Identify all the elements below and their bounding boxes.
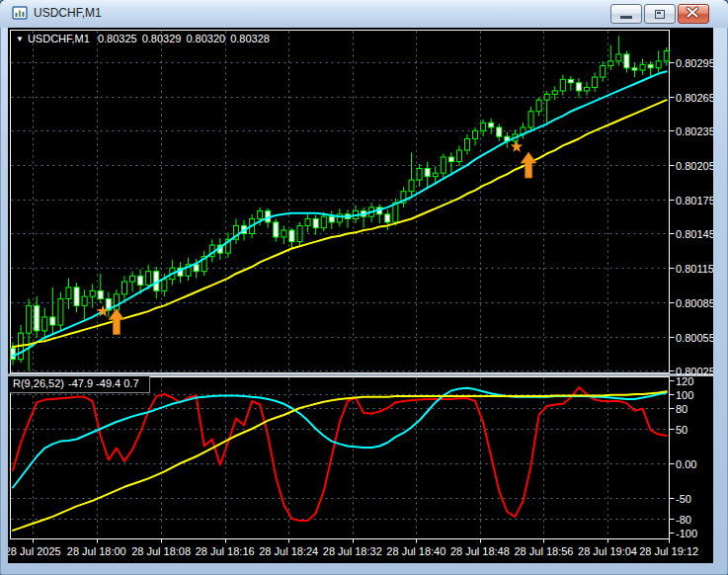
candle-body (481, 123, 486, 130)
collapse-triangle-icon[interactable]: ▼ (16, 35, 24, 43)
candle-body (121, 282, 126, 294)
time-tick-label: 28 Jul 18:56 (514, 545, 573, 557)
candle-body (74, 288, 79, 306)
time-tick-label: 28 Jul 18:08 (131, 545, 191, 557)
candle-body (536, 100, 541, 112)
osc-tick-label: 80 (676, 403, 688, 415)
candle (608, 45, 613, 70)
candle-body (258, 210, 263, 218)
candle-body (138, 276, 143, 285)
price-tick-label: 0.80115 (676, 263, 713, 275)
candle-body (385, 214, 390, 222)
candle (409, 152, 414, 196)
candle-body (473, 130, 478, 138)
time-tick-label: 28 Jul 18:32 (323, 545, 382, 557)
candle-body (464, 138, 469, 150)
candle-body (585, 87, 590, 90)
chart-canvas[interactable]: 0.802950.802650.802350.802050.801750.801… (8, 28, 713, 563)
candle-body (194, 265, 199, 272)
candle-body (624, 54, 629, 68)
time-tick-label: 28 Jul 19:12 (639, 545, 698, 557)
indicator-label: R(9,26,52)-47.9 -49.4 0.7 (10, 376, 150, 393)
candle (27, 298, 32, 370)
candle (448, 152, 453, 175)
candle-body (456, 150, 461, 162)
candle (297, 222, 302, 245)
candle (489, 119, 494, 134)
minimize-icon (620, 16, 632, 19)
candle-body (82, 296, 87, 305)
candle-body (162, 280, 167, 291)
candle (305, 214, 310, 233)
symbol-period-label: USDCHF,M1 (28, 33, 90, 44)
candle (313, 215, 318, 235)
candle (441, 154, 445, 178)
price-tick-label: 0.80145 (676, 228, 713, 240)
candle (66, 279, 71, 309)
candle (560, 75, 565, 96)
candle (121, 276, 126, 300)
candle (362, 207, 366, 228)
osc-tick-label: -100 (676, 528, 697, 539)
price-tick-label: 0.80055 (676, 332, 713, 344)
candle-body (528, 112, 533, 127)
restore-button[interactable] (644, 4, 676, 24)
candle-body (489, 123, 494, 127)
minimize-button[interactable] (610, 4, 642, 24)
candle (282, 225, 286, 244)
candle-body (544, 94, 549, 100)
candle-body (90, 290, 95, 296)
signal-star-icon[interactable] (511, 140, 523, 152)
candle (130, 272, 135, 292)
candle-body (313, 218, 318, 227)
candle-body (417, 169, 422, 181)
candle (289, 228, 294, 249)
indicator-name: R(9,26,52) (13, 377, 64, 389)
r-fast-line (13, 387, 667, 521)
candle-body (568, 79, 573, 82)
candle (601, 61, 606, 82)
window-title: USDCHF,M1 (34, 6, 102, 20)
candle-body (664, 50, 669, 60)
close-button[interactable] (678, 4, 709, 24)
time-tick-label: 28 Jul 19:04 (578, 545, 637, 557)
candle-body (601, 65, 606, 77)
time-tick-label: 28 Jul 18:40 (386, 545, 445, 557)
candle (528, 107, 533, 131)
candle-body (640, 64, 645, 70)
candle (632, 63, 637, 77)
candle (521, 123, 526, 138)
candle-body (11, 348, 16, 360)
window-controls (610, 4, 709, 24)
candle-body (552, 91, 557, 94)
high-value: 0.80329 (142, 33, 182, 44)
time-tick-label: 28 Jul 18:00 (67, 545, 126, 557)
osc-tick-label: 0.00 (676, 458, 696, 470)
candle (417, 164, 422, 187)
open-value: 0.80325 (98, 33, 137, 44)
osc-tick-label: -80 (676, 514, 691, 526)
candle (473, 127, 478, 146)
indicator-values: -47.9 -49.4 0.7 (68, 377, 139, 389)
candle (186, 258, 191, 281)
candle (624, 50, 629, 72)
candle (585, 82, 590, 96)
candle-body (58, 298, 63, 325)
terminal-chart-window: USDCHF,M1 0.802950.802650.802350.802050.… (0, 0, 728, 575)
r-slow-line (13, 391, 667, 531)
time-tick-label: 28 Jul 18:24 (259, 545, 318, 557)
candle-body (274, 222, 279, 237)
candle (377, 204, 382, 223)
price-tick-label: 0.80295 (676, 57, 713, 69)
candle (385, 209, 390, 230)
candle-body (632, 68, 637, 70)
candle (648, 61, 653, 76)
candle-body (616, 54, 621, 61)
candle (640, 59, 645, 75)
osc-tick-label: 100 (676, 389, 693, 401)
title-bar[interactable]: USDCHF,M1 (0, 0, 728, 28)
candle (337, 208, 342, 227)
candle-body (329, 216, 334, 222)
candle (178, 262, 183, 283)
candle-body (35, 305, 40, 330)
